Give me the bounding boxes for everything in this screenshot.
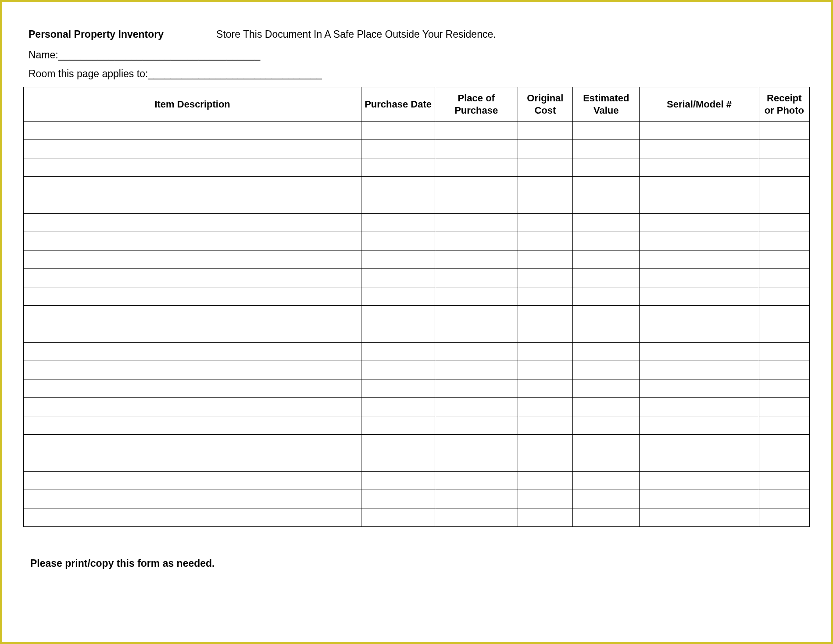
table-cell[interactable] [573,140,640,158]
table-cell[interactable] [573,453,640,472]
table-cell[interactable] [24,416,361,435]
table-cell[interactable] [640,343,759,361]
table-cell[interactable] [435,306,518,324]
table-cell[interactable] [24,490,361,508]
table-cell[interactable] [24,508,361,527]
table-cell[interactable] [640,287,759,306]
table-cell[interactable] [573,361,640,379]
table-cell[interactable] [518,379,573,398]
table-cell[interactable] [435,361,518,379]
table-cell[interactable] [759,379,809,398]
table-cell[interactable] [759,269,809,287]
table-cell[interactable] [640,508,759,527]
table-cell[interactable] [361,232,435,250]
table-cell[interactable] [435,472,518,490]
table-cell[interactable] [435,343,518,361]
table-cell[interactable] [361,122,435,140]
table-cell[interactable] [759,195,809,214]
table-cell[interactable] [518,343,573,361]
table-cell[interactable] [640,453,759,472]
table-cell[interactable] [435,122,518,140]
table-cell[interactable] [759,435,809,453]
table-cell[interactable] [435,379,518,398]
table-cell[interactable] [435,453,518,472]
table-cell[interactable] [759,416,809,435]
table-cell[interactable] [518,435,573,453]
table-cell[interactable] [435,435,518,453]
table-cell[interactable] [361,140,435,158]
table-cell[interactable] [435,214,518,232]
table-cell[interactable] [24,195,361,214]
table-cell[interactable] [759,472,809,490]
table-cell[interactable] [435,250,518,269]
table-cell[interactable] [24,140,361,158]
table-cell[interactable] [518,158,573,177]
table-cell[interactable] [24,398,361,416]
table-cell[interactable] [361,195,435,214]
table-cell[interactable] [518,453,573,472]
table-cell[interactable] [640,490,759,508]
table-cell[interactable] [573,177,640,195]
table-cell[interactable] [24,177,361,195]
table-cell[interactable] [435,324,518,343]
table-cell[interactable] [518,490,573,508]
table-cell[interactable] [640,195,759,214]
table-cell[interactable] [361,398,435,416]
table-cell[interactable] [759,287,809,306]
table-cell[interactable] [518,140,573,158]
table-cell[interactable] [640,379,759,398]
table-cell[interactable] [24,250,361,269]
table-cell[interactable] [518,269,573,287]
table-cell[interactable] [759,122,809,140]
table-cell[interactable] [24,214,361,232]
table-cell[interactable] [24,453,361,472]
table-cell[interactable] [361,435,435,453]
table-cell[interactable] [435,232,518,250]
table-cell[interactable] [640,269,759,287]
table-cell[interactable] [573,287,640,306]
table-cell[interactable] [759,177,809,195]
table-cell[interactable] [518,306,573,324]
table-cell[interactable] [640,214,759,232]
table-cell[interactable] [24,232,361,250]
table-cell[interactable] [640,324,759,343]
table-cell[interactable] [24,306,361,324]
table-cell[interactable] [361,416,435,435]
table-cell[interactable] [24,472,361,490]
table-cell[interactable] [640,361,759,379]
table-cell[interactable] [759,158,809,177]
table-cell[interactable] [361,361,435,379]
table-cell[interactable] [435,287,518,306]
table-cell[interactable] [24,158,361,177]
table-cell[interactable] [518,508,573,527]
table-cell[interactable] [759,398,809,416]
table-cell[interactable] [640,306,759,324]
table-cell[interactable] [573,214,640,232]
table-cell[interactable] [24,324,361,343]
table-cell[interactable] [361,177,435,195]
table-cell[interactable] [435,195,518,214]
table-cell[interactable] [518,398,573,416]
table-cell[interactable] [24,269,361,287]
table-cell[interactable] [573,435,640,453]
table-cell[interactable] [573,508,640,527]
table-cell[interactable] [361,472,435,490]
table-cell[interactable] [518,361,573,379]
table-cell[interactable] [435,508,518,527]
table-cell[interactable] [759,343,809,361]
table-cell[interactable] [435,398,518,416]
table-cell[interactable] [518,122,573,140]
table-cell[interactable] [640,158,759,177]
table-cell[interactable] [435,269,518,287]
table-cell[interactable] [361,453,435,472]
table-cell[interactable] [518,214,573,232]
table-cell[interactable] [518,287,573,306]
table-cell[interactable] [573,398,640,416]
table-cell[interactable] [573,158,640,177]
room-blank-line[interactable]: _______________________________ [148,68,322,79]
table-cell[interactable] [759,250,809,269]
table-cell[interactable] [361,158,435,177]
table-cell[interactable] [573,490,640,508]
table-cell[interactable] [518,472,573,490]
table-cell[interactable] [361,287,435,306]
